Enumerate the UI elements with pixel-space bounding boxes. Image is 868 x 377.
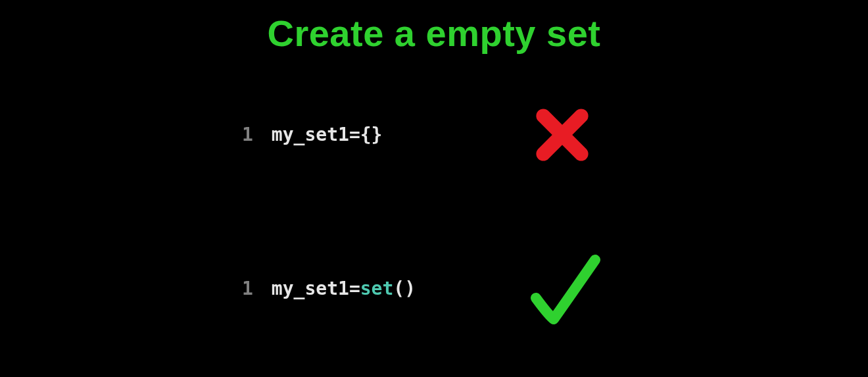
code-identifier: my_set1 bbox=[272, 124, 349, 145]
code-function: set bbox=[360, 278, 394, 299]
cross-icon bbox=[533, 105, 592, 164]
page-title: Create a empty set bbox=[0, 0, 868, 55]
line-number: 1 bbox=[242, 278, 253, 299]
line-number: 1 bbox=[242, 124, 253, 145]
code-example-correct: 1 my_set1 = set () bbox=[242, 278, 416, 299]
code-parens: () bbox=[393, 278, 416, 299]
code-operator: = bbox=[349, 124, 360, 145]
check-icon bbox=[526, 253, 605, 332]
code-identifier: my_set1 bbox=[272, 278, 349, 299]
code-operator: = bbox=[349, 278, 360, 299]
code-braces: {} bbox=[360, 124, 383, 145]
code-example-wrong: 1 my_set1 = {} bbox=[242, 124, 382, 145]
